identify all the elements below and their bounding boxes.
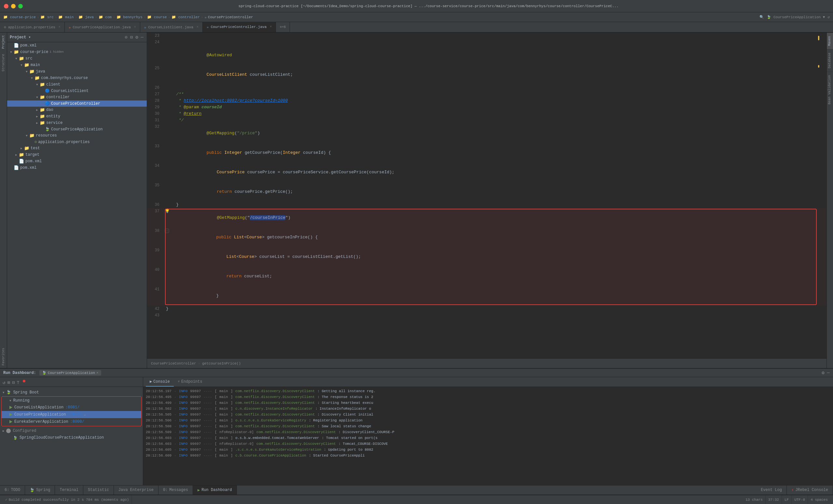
code-area[interactable]: 23 24 ⚡ @Autowired 25 C (147, 32, 827, 358)
bottom-tab-spring[interactable]: 🍃 Spring (25, 485, 55, 495)
console-tab-endpoints[interactable]: ⚡Endpoints (174, 377, 206, 387)
collapse-icon[interactable]: ⊟ (129, 34, 134, 41)
minimize-panel-icon[interactable]: — (140, 34, 144, 41)
fold-icon-38[interactable] (165, 228, 170, 247)
tab-close-cpc[interactable]: × (270, 25, 272, 29)
stop-button[interactable] (23, 380, 25, 382)
tree-item-course-price[interactable]: 📁 course-price 1 hidden (7, 49, 147, 55)
running-header[interactable]: Running (2, 397, 141, 404)
bottom-tab-todo[interactable]: 6: TODO (0, 485, 25, 495)
gear-settings-icon[interactable]: ⚙ (822, 370, 824, 376)
run-item-clapp-port[interactable]: :8081/ (65, 405, 79, 410)
minimize-bottom-icon[interactable]: — (827, 370, 830, 376)
tree-item-course-price-controller[interactable]: 🔵 CoursePriceController (7, 100, 147, 107)
tree-item-resources[interactable]: 📁 resources (7, 132, 147, 139)
bc-main[interactable]: 📁 main (58, 15, 74, 19)
bc-course-price[interactable]: 📁 course-price (3, 15, 36, 19)
tree-item-app-properties[interactable]: ⚙ application.properties (7, 139, 147, 145)
run-app-close[interactable]: × (96, 371, 99, 375)
bc-course[interactable]: 📁 course (147, 15, 167, 19)
arrow-test[interactable] (19, 147, 24, 150)
arrow-dao[interactable] (34, 108, 40, 112)
tree-item-client[interactable]: 📁 client (7, 81, 147, 88)
close-button[interactable] (4, 4, 8, 8)
bottom-tab-jrebel[interactable]: ⚡ JRebel Console (787, 485, 833, 495)
bc-controller-file[interactable]: CoursePriceController (208, 15, 253, 19)
arrow-main[interactable] (19, 64, 24, 67)
tab-close-cpa[interactable]: × (134, 25, 136, 29)
console-body[interactable]: 20:12:56.197 - INFO 99697 ---- [ main ] … (143, 387, 833, 485)
status-indent[interactable]: 4 spaces (808, 495, 830, 504)
arrow-course-price[interactable] (8, 50, 14, 54)
arrow-resources[interactable] (24, 134, 29, 137)
database-panel-tab[interactable]: Database (827, 49, 833, 72)
minimize-button[interactable] (11, 4, 16, 8)
bottom-tab-event-log[interactable]: Event Log (756, 485, 787, 495)
bulb-icon[interactable]: 💡 (165, 208, 170, 228)
settings-icon[interactable]: ⚙ (135, 34, 139, 41)
arrow-client[interactable] (34, 83, 40, 86)
arrow-target[interactable] (14, 153, 19, 157)
run-expand-icon[interactable]: ⊞ (7, 380, 10, 385)
bottom-tab-java-enterprise[interactable]: Java Enterprise (114, 485, 159, 495)
bc-controller[interactable]: 📁 controller (171, 15, 200, 19)
run-item-eureka-port[interactable]: :8000/ (70, 420, 84, 424)
tree-item-test[interactable]: 📁 test (7, 145, 147, 152)
configured-header[interactable]: Configured (0, 428, 143, 434)
bottom-tab-run-dashboard[interactable]: ▶ Run Dashboard (193, 485, 237, 495)
search-icon[interactable]: 🔍 (759, 15, 764, 19)
status-lf[interactable]: LF (782, 495, 792, 504)
arrow-service[interactable] (34, 121, 40, 125)
tree-item-pom-root[interactable]: 📄 pom.xml (7, 42, 147, 49)
tab-more[interactable]: ≡+6 (276, 22, 290, 32)
tree-item-course-list-client[interactable]: 🔵 CourseListClient (7, 88, 147, 94)
run-refresh-icon[interactable]: ↺ (3, 380, 5, 385)
tree-item-main[interactable]: 📁 main (7, 62, 147, 68)
run-item-cpapp-edit[interactable]: ✏ (84, 413, 86, 417)
tree-item-target[interactable]: 📁 target (7, 152, 147, 158)
project-tab[interactable]: Project (1, 32, 6, 51)
tree-item-controller[interactable]: 📁 controller (7, 94, 147, 100)
arrow-java[interactable] (24, 70, 29, 74)
bc-bennyrhys[interactable]: 📁 bennyrhys (117, 15, 143, 19)
status-encoding[interactable]: UTF-8 (792, 495, 808, 504)
bean-validation-panel-tab[interactable]: Bean Validation (827, 72, 833, 108)
tree-item-dao[interactable]: 📁 dao (7, 107, 147, 113)
run-item-cpapp-port[interactable]: :8082/ (68, 412, 82, 417)
console-tab-console[interactable]: ▶Console (146, 377, 174, 387)
tree-item-pom-module[interactable]: 📄 pom.xml (7, 158, 147, 165)
tab-course-price-application[interactable]: ☕ CoursePriceApplication.java × (65, 22, 140, 32)
tree-item-java[interactable]: 📁 java (7, 68, 147, 75)
bottom-tab-messages[interactable]: 0: Messages (159, 485, 193, 495)
run-item-course-price[interactable]: CoursePriceApplication :8082/ ✏ (2, 411, 141, 418)
tab-application-properties[interactable]: ⚙ application.properties × (0, 22, 65, 32)
bottom-tab-statistic[interactable]: Statistic (83, 485, 114, 495)
sync-icon[interactable]: ⊙ (124, 34, 128, 41)
arrow-controller[interactable] (34, 96, 40, 99)
tab-course-list-client[interactable]: ☕ CourseListClient.java × (140, 22, 203, 32)
tab-close-properties[interactable]: × (58, 25, 61, 29)
run-item-spring-cloud[interactable]: 🍃 SpringCloudCoursePracticeApplication (0, 434, 143, 441)
spring-boot-header[interactable]: 🍃 Spring Boot (0, 389, 143, 396)
run-app-selector[interactable]: 🍃 CoursePriceApplication ▼ (767, 15, 825, 19)
run-grid-icon[interactable]: ⊟ (12, 380, 15, 385)
tab-course-price-controller[interactable]: ☕ CoursePriceController.java × (203, 22, 276, 32)
tree-item-pom-root2[interactable]: 📄 pom.xml (7, 165, 147, 171)
tree-item-com-bennyrhys[interactable]: 📁 com.bennyrhys.course (7, 75, 147, 81)
bottom-tab-terminal[interactable]: Terminal (55, 485, 83, 495)
run-filter-icon[interactable]: ⊤ (17, 380, 19, 385)
tree-item-src[interactable]: 📁 src (7, 55, 147, 62)
maximize-button[interactable] (18, 4, 23, 8)
tree-item-service[interactable]: 📁 service (7, 120, 147, 126)
run-app-badge[interactable]: 🍃 CoursePriceApplication × (39, 370, 101, 376)
bc-src[interactable]: 📁 src (40, 15, 53, 19)
arrow-entity[interactable] (34, 115, 40, 118)
run-item-course-list[interactable]: CourseListApplication :8081/ (2, 404, 141, 411)
refresh-icon[interactable]: ↺ (828, 15, 830, 19)
tree-item-course-price-app[interactable]: 🍃 CoursePriceApplication (7, 126, 147, 132)
arrow-com[interactable] (29, 76, 34, 80)
run-item-eureka[interactable]: EurekaServerApplication :8000/ (2, 418, 141, 425)
tree-item-entity[interactable]: 📁 entity (7, 113, 147, 120)
maven-panel-tab[interactable]: Maven (827, 32, 833, 49)
bc-com[interactable]: 📁 com (99, 15, 112, 19)
